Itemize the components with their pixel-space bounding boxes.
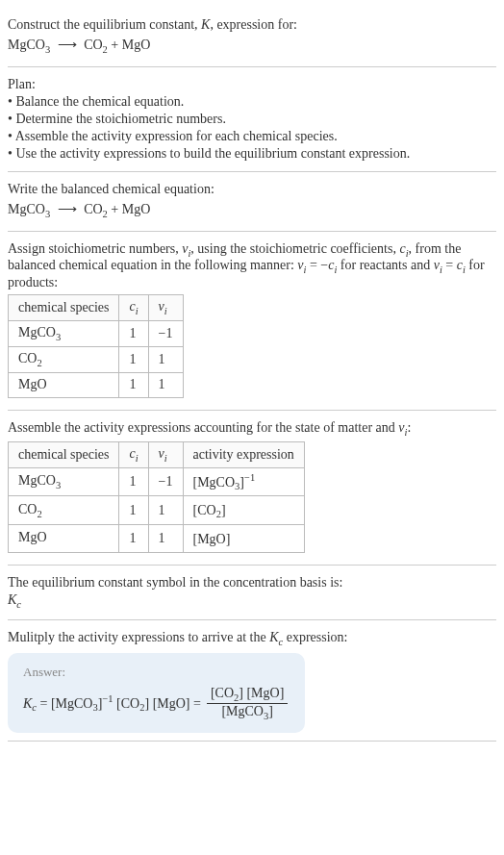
ae2b: [MgO] [193, 532, 231, 546]
table-row: MgO 1 1 [9, 372, 184, 398]
plan-b3: • Assemble the activity expression for e… [8, 129, 496, 144]
sp2: MgO [18, 377, 47, 391]
multiply-line: Mulitply the activity expressions to arr… [8, 630, 496, 647]
st-l1a: Assign stoichiometric numbers, [8, 241, 182, 256]
prompt-text: Construct the equilibrium constant, K, e… [8, 17, 496, 33]
ae1c: ] [221, 503, 226, 517]
ci0: 1 [119, 320, 148, 346]
table-header-row: chemical species ci νi activity expressi… [9, 442, 305, 468]
answer-expression: Kc = [MgCO3]−1 [CO2] [MgO] = [CO2] [MgO]… [23, 686, 290, 721]
basis-line: The equilibrium constant symbol in the c… [8, 575, 496, 591]
multiply-section: Mulitply the activity expressions to arr… [8, 620, 496, 741]
ans-k: K [23, 696, 32, 711]
st-eq2: = [442, 258, 457, 272]
act-tb: : [407, 420, 411, 435]
asp1: CO [18, 502, 37, 516]
hdr-species: chemical species [9, 295, 119, 321]
nui1: 1 [148, 346, 183, 372]
ci1: 1 [119, 346, 148, 372]
sp0sub: 3 [56, 332, 61, 342]
prompt-section: Construct the equilibrium constant, K, e… [8, 8, 496, 67]
b-sub3: 3 [45, 209, 50, 219]
kc-k: K [8, 592, 16, 607]
cell-species: MgCO3 [9, 320, 119, 346]
plus: + [108, 38, 122, 52]
stoich-table: chemical species ci νi MgCO3 1 −1 CO2 1 … [8, 294, 184, 398]
ci-sub: i [136, 306, 139, 316]
mgco3: MgCO [8, 38, 45, 52]
db: ] [268, 704, 273, 718]
prompt-equation: MgCO3 ⟶ CO2 + MgO [8, 37, 496, 55]
b-mgco3: MgCO [8, 202, 45, 216]
sp0: MgCO [18, 325, 56, 339]
t2b: ] [144, 696, 152, 711]
da: [MgCO [221, 704, 264, 718]
ans-eq2: = [190, 696, 201, 711]
aci1: 1 [119, 496, 148, 524]
aci2: 1 [119, 524, 148, 552]
answer-label: Answer: [23, 665, 290, 680]
prompt-l1: Construct the equilibrium constant, [8, 17, 201, 32]
ans-eq: = [37, 696, 51, 711]
sub3: 3 [45, 44, 50, 55]
cell-species: CO2 [9, 346, 119, 372]
hdr-nui: νi [148, 295, 183, 321]
hdr-ci: ci [119, 295, 148, 321]
plan-b1: • Balance the chemical equation. [8, 94, 496, 110]
table-row: CO2 1 1 [9, 346, 184, 372]
t1sup: −1 [102, 693, 113, 704]
ans-lhs: Kc = [MgCO3]−1 [CO2] [MgO] = [23, 693, 201, 713]
cell-species: MgO [9, 372, 119, 398]
nb: ] [MgO] [239, 686, 284, 700]
table-row: CO2 1 1 [CO2] [9, 496, 305, 524]
a-expr0: [MgCO3]−1 [183, 467, 304, 495]
t2a: [CO [113, 696, 140, 711]
mul-k: K [269, 630, 278, 644]
b-co2: CO [84, 202, 102, 216]
denominator: [MgCO3] [207, 704, 288, 721]
basis-symbol: Kc [8, 592, 496, 610]
b-arrow-icon: ⟶ [58, 202, 77, 216]
a-expr1: [CO2] [183, 496, 304, 524]
table-row: MgCO3 1 −1 [MgCO3]−1 [9, 467, 305, 495]
arrow-icon: ⟶ [58, 38, 77, 52]
a-hdr-species: chemical species [9, 442, 119, 468]
act-ta: Assemble the activity expressions accoun… [8, 420, 398, 435]
asp0: MgCO [18, 473, 56, 488]
a-nui-sub: i [164, 453, 167, 464]
mgo: MgO [122, 38, 151, 52]
anui0: −1 [148, 467, 183, 495]
sp1sub: 2 [37, 358, 41, 368]
anui2: 1 [148, 524, 183, 552]
balanced-section: Write the balanced chemical equation: Mg… [8, 172, 496, 232]
sp1: CO [18, 351, 37, 365]
nui-sub: i [164, 306, 167, 316]
na: [CO [211, 686, 234, 700]
st-l1d: for reactants and [337, 258, 433, 272]
answer-box: Answer: Kc = [MgCO3]−1 [CO2] [MgO] = [CO… [8, 653, 305, 733]
fraction: [CO2] [MgO] [MgCO3] [207, 686, 288, 721]
stoich-section: Assign stoichiometric numbers, νi, using… [8, 232, 496, 412]
a-ci-sub: i [136, 453, 139, 464]
ae1b: [CO [193, 503, 216, 517]
a-cell-species: CO2 [9, 496, 119, 524]
asp0sub: 3 [56, 480, 61, 490]
t3: [MgO] [153, 696, 190, 711]
basis-section: The equilibrium constant symbol in the c… [8, 566, 496, 620]
asp1sub: 2 [37, 509, 41, 519]
table-row: MgO 1 1 [MgO] [9, 524, 305, 552]
a-expr2: [MgO] [183, 524, 304, 552]
b-mgo: MgO [122, 202, 151, 216]
st-eq1: = − [306, 258, 328, 272]
nui0: −1 [148, 320, 183, 346]
b-plus: + [108, 202, 122, 216]
balanced-equation: MgCO3 ⟶ CO2 + MgO [8, 201, 496, 219]
nui2: 1 [148, 372, 183, 398]
activity-table: chemical species ci νi activity expressi… [8, 441, 305, 553]
asp2: MgO [18, 530, 47, 544]
plan-title: Plan: [8, 77, 496, 92]
anui1: 1 [148, 496, 183, 524]
mul-b: expression: [283, 630, 347, 644]
prompt-l1b: , expression for: [210, 17, 297, 32]
ci2: 1 [119, 372, 148, 398]
